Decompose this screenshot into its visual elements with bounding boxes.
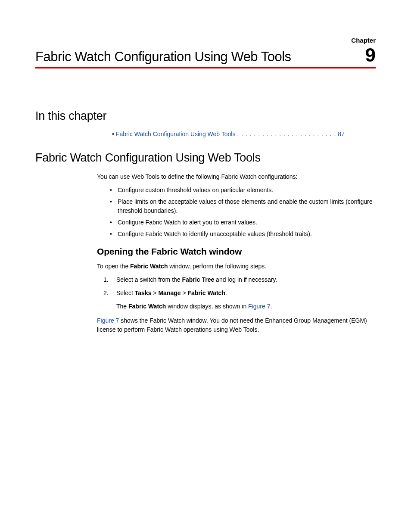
text: The — [116, 303, 128, 310]
list-item: Configure Fabric Watch to alert you to e… — [110, 218, 376, 227]
figure-link[interactable]: Figure 7 — [248, 303, 270, 310]
text: > — [181, 289, 188, 296]
toc-dots: . . . . . . . . . . . . . . . . . . . . … — [237, 131, 336, 137]
toc-page-number[interactable]: 87 — [338, 131, 345, 137]
closing-paragraph: Figure 7 shows the Fabric Watch window. … — [97, 316, 376, 334]
text: Select — [116, 289, 135, 296]
text: . — [270, 303, 272, 310]
toc-bullet: • — [112, 131, 114, 137]
list-item: Configure custom threshold values on par… — [110, 186, 376, 195]
text: shows the Fabric Watch window. You do no… — [97, 317, 367, 333]
bold-text: Manage — [158, 289, 181, 296]
list-item: Place limits on the acceptable values of… — [110, 197, 376, 215]
list-item: Configure Fabric Watch to identify unacc… — [110, 230, 376, 239]
step-item: Select a switch from the Fabric Tree and… — [103, 275, 376, 284]
bold-text: Fabric Tree — [182, 276, 215, 283]
intro-text: You can use Web Tools to define the foll… — [97, 172, 376, 181]
text: To open the — [97, 263, 130, 270]
text: Select a switch from the — [116, 276, 182, 283]
section-heading-in-this-chapter: In this chapter — [35, 109, 376, 123]
figure-link[interactable]: Figure 7 — [97, 317, 119, 324]
bold-text: Fabric Watch — [128, 303, 166, 310]
text: window, perform the following steps. — [168, 263, 266, 270]
toc-link[interactable]: Fabric Watch Configuration Using Web Too… — [116, 131, 236, 137]
sub-heading-opening: Opening the Fabric Watch window — [97, 246, 376, 257]
chapter-header: Fabric Watch Configuration Using Web Too… — [35, 37, 376, 68]
bold-text: Fabric Watch — [130, 263, 168, 270]
bold-text: Tasks — [135, 289, 152, 296]
config-bullet-list: Configure custom threshold values on par… — [110, 186, 376, 239]
open-intro: To open the Fabric Watch window, perform… — [97, 262, 376, 271]
steps-list: Select a switch from the Fabric Tree and… — [103, 275, 376, 298]
chapter-number: 9 — [365, 46, 376, 65]
section-heading-main: Fabric Watch Configuration Using Web Too… — [35, 151, 376, 165]
bold-text: Fabric Watch — [188, 289, 225, 296]
text: . — [225, 289, 227, 296]
text: > — [151, 289, 158, 296]
text: window displays, as shown in — [166, 303, 248, 310]
chapter-title: Fabric Watch Configuration Using Web Too… — [35, 49, 291, 65]
step-item: Select Tasks > Manage > Fabric Watch. — [103, 289, 376, 298]
step-sub-text: The Fabric Watch window displays, as sho… — [116, 302, 376, 311]
toc-entry: • Fabric Watch Configuration Using Web T… — [112, 131, 376, 137]
chapter-label: Chapter — [351, 37, 376, 44]
text: and log in if necessary. — [214, 276, 277, 283]
